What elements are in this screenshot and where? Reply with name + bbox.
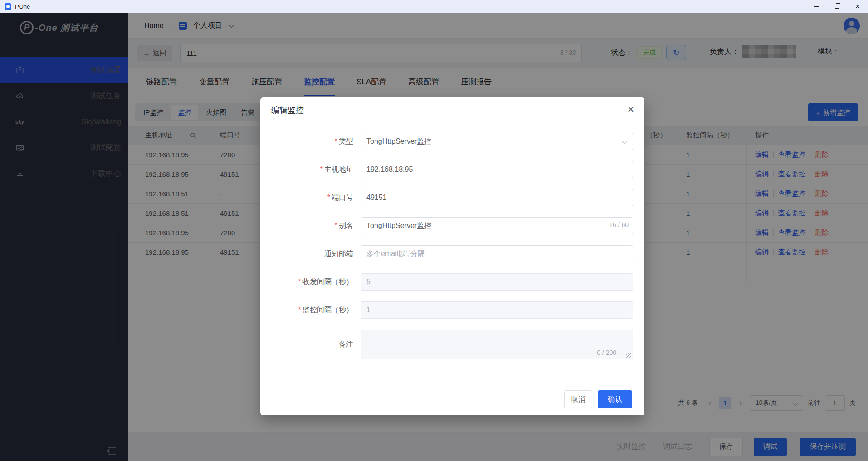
field-host: *主机地址 <box>260 161 644 178</box>
resize-handle-icon[interactable] <box>626 353 631 358</box>
remark-counter: 0 / 200 <box>597 349 616 356</box>
type-label: 类型 <box>339 137 353 145</box>
field-alias: *别名 16 / 60 <box>260 217 644 234</box>
required-mark: * <box>320 165 323 173</box>
required-mark: * <box>335 222 337 229</box>
window-controls: ✕ <box>805 0 868 13</box>
remark-label: 备注 <box>339 340 353 348</box>
dialog-header: 编辑监控 ✕ <box>260 97 644 121</box>
close-icon: ✕ <box>855 3 860 10</box>
app-icon <box>5 3 11 10</box>
required-mark: * <box>298 306 301 314</box>
field-send-interval: *收发间隔（秒） <box>260 273 644 291</box>
host-label: 主机地址 <box>324 165 353 173</box>
send-interval-label: 收发间隔（秒） <box>302 278 353 286</box>
field-port: *端口号 <box>260 189 644 206</box>
cancel-button[interactable]: 取消 <box>564 390 592 408</box>
dialog-body: *类型 TongHttpServer监控 *主机地址 *端口号 *别名 16 /… <box>260 121 644 370</box>
restore-icon <box>835 5 839 9</box>
close-window-button[interactable]: ✕ <box>847 0 868 13</box>
alias-input[interactable] <box>361 217 633 234</box>
alias-label: 别名 <box>339 222 353 229</box>
required-mark: * <box>335 137 337 145</box>
type-select[interactable]: TongHttpServer监控 <box>361 133 633 150</box>
port-input[interactable] <box>361 189 633 206</box>
host-input[interactable] <box>361 161 633 178</box>
screen: POne ✕ P -One 测试平台 测试场景 测试任务 sky SkyWalk… <box>0 0 868 461</box>
minimize-icon <box>814 6 819 7</box>
remark-textarea-wrap: 0 / 200 <box>361 330 633 359</box>
restore-button[interactable] <box>826 0 847 13</box>
required-mark: * <box>327 194 330 201</box>
send-interval-input <box>361 273 633 291</box>
monitor-interval-input <box>361 301 633 319</box>
monitor-interval-label: 监控间隔（秒） <box>302 306 353 314</box>
alias-counter: 16 / 60 <box>609 221 629 228</box>
type-value: TongHttpServer监控 <box>366 137 431 146</box>
edit-monitor-dialog: 编辑监控 ✕ *类型 TongHttpServer监控 *主机地址 *端口号 *… <box>260 97 644 415</box>
field-type: *类型 TongHttpServer监控 <box>260 133 644 150</box>
port-label: 端口号 <box>332 194 353 201</box>
os-titlebar: POne ✕ <box>0 0 868 13</box>
remark-textarea <box>361 330 633 359</box>
field-remark: 备注 0 / 200 <box>260 330 644 359</box>
email-label: 通知邮箱 <box>324 250 353 257</box>
field-email: 通知邮箱 <box>260 245 644 262</box>
dialog-footer: 取消 确认 <box>260 383 644 415</box>
minimize-button[interactable] <box>805 0 826 13</box>
dialog-title: 编辑监控 <box>271 105 304 116</box>
field-monitor-interval: *监控间隔（秒） <box>260 301 644 319</box>
email-input[interactable] <box>361 245 633 262</box>
confirm-button[interactable]: 确认 <box>598 390 632 408</box>
app-title: POne <box>15 3 30 10</box>
required-mark: * <box>298 278 301 286</box>
close-dialog-button[interactable]: ✕ <box>627 104 634 115</box>
